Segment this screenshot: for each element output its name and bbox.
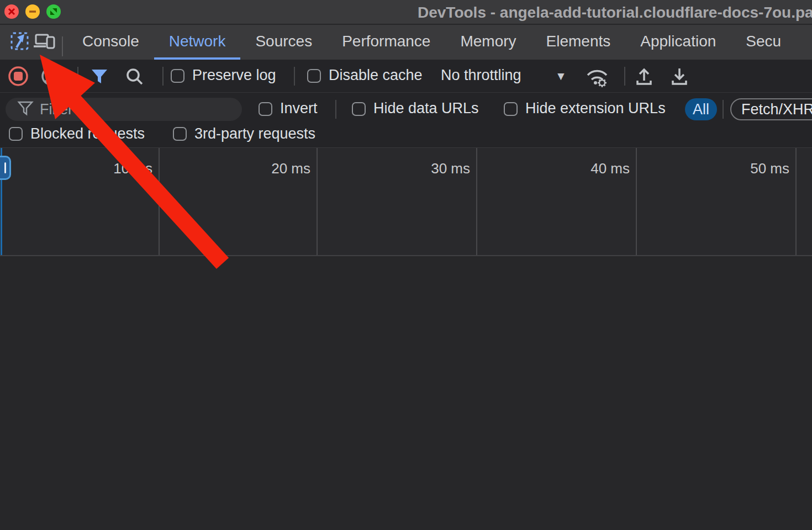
filter-row-divider <box>335 100 336 119</box>
blocked-requests-label[interactable]: Blocked requests <box>30 125 145 142</box>
invert-checkbox[interactable] <box>259 102 272 116</box>
window-title: DevTools - angela-add-tutorial.cloudflar… <box>418 4 812 22</box>
wifi-gear-icon <box>584 80 610 89</box>
timeline-tick-40ms: 40 ms <box>552 160 630 177</box>
timeline-gridline <box>636 148 637 256</box>
inspect-element-button[interactable] <box>8 30 32 55</box>
search-button[interactable] <box>125 67 145 89</box>
hide-data-urls-label[interactable]: Hide data URLs <box>373 100 479 117</box>
filter-type-all-button[interactable]: All <box>685 98 717 120</box>
filter-input[interactable] <box>40 101 217 118</box>
timeline-tick-10ms: 10 ms <box>75 160 152 177</box>
download-icon <box>669 78 689 88</box>
funnel-outline-icon <box>6 99 40 119</box>
timeline-gridline <box>476 148 477 256</box>
network-toolbar: Preserve log Disable cache No throttling… <box>0 60 812 93</box>
third-party-requests-label[interactable]: 3rd-party requests <box>194 125 315 142</box>
network-filter-row: Invert Hide data URLs Hide extension URL… <box>0 93 812 126</box>
hide-extension-urls-label[interactable]: Hide extension URLs <box>525 100 666 117</box>
devtools-window: DevTools - angela-add-tutorial.cloudflar… <box>0 0 812 530</box>
funnel-icon <box>89 79 109 88</box>
invert-label[interactable]: Invert <box>280 100 318 117</box>
tab-performance[interactable]: Performance <box>327 25 445 60</box>
devtools-tabbar: Console Network Sources Performance Memo… <box>0 25 812 60</box>
network-conditions-button[interactable] <box>584 66 610 90</box>
titlebar: DevTools - angela-add-tutorial.cloudflar… <box>0 0 812 24</box>
import-har-button[interactable] <box>634 66 654 88</box>
timeline-gridline <box>795 148 797 256</box>
toolbar-divider <box>162 67 164 86</box>
device-toolbar-icon <box>33 31 56 54</box>
upload-icon <box>634 78 654 88</box>
disable-cache-checkbox[interactable] <box>307 69 321 83</box>
stop-recording-icon <box>7 80 29 89</box>
filter-toggle-button[interactable] <box>89 67 109 89</box>
network-overview-timeline[interactable]: 10 ms 20 ms 30 ms 40 ms 50 ms <box>0 148 812 256</box>
close-window-button[interactable] <box>4 4 19 19</box>
inspect-cursor-icon <box>9 31 30 54</box>
toolbar-divider <box>77 67 78 86</box>
timeline-gridline <box>159 148 160 256</box>
tab-console[interactable]: Console <box>67 25 154 60</box>
clear-icon <box>40 80 62 89</box>
filter-row-divider <box>723 100 724 119</box>
tab-memory[interactable]: Memory <box>445 25 531 60</box>
timeline-gridline <box>317 148 318 256</box>
search-icon <box>125 79 145 88</box>
tabbar-divider <box>62 36 63 56</box>
tab-security[interactable]: Secu <box>731 25 796 60</box>
export-har-button[interactable] <box>669 66 689 88</box>
timeline-tick-50ms: 50 ms <box>712 160 789 177</box>
tab-network[interactable]: Network <box>154 25 241 60</box>
timeline-tick-20ms: 20 ms <box>233 160 310 177</box>
zoom-window-button[interactable] <box>46 4 61 19</box>
toolbar-divider <box>624 67 625 86</box>
overview-drag-handle[interactable] <box>0 156 11 180</box>
toolbar-divider <box>294 67 295 86</box>
filter-field[interactable] <box>6 98 242 121</box>
chevron-down-icon[interactable]: ▼ <box>555 70 567 83</box>
preserve-log-label[interactable]: Preserve log <box>192 67 276 84</box>
preserve-log-checkbox[interactable] <box>171 69 184 83</box>
tab-elements[interactable]: Elements <box>531 25 626 60</box>
request-filters-row: Blocked requests 3rd-party requests <box>0 126 812 148</box>
throttling-select[interactable]: No throttling <box>441 67 521 84</box>
third-party-requests-checkbox[interactable] <box>173 127 187 141</box>
toggle-device-toolbar-button[interactable] <box>32 30 56 55</box>
hide-extension-urls-checkbox[interactable] <box>504 102 518 116</box>
clear-network-log-button[interactable] <box>40 65 62 89</box>
tabbar-icon-group <box>0 25 67 60</box>
tab-application[interactable]: Application <box>625 25 731 60</box>
network-request-list-empty: Recordi Perform a request <box>0 256 812 530</box>
record-network-log-button[interactable] <box>7 65 29 89</box>
hide-data-urls-checkbox[interactable] <box>352 102 366 116</box>
tab-sources[interactable]: Sources <box>240 25 327 60</box>
disable-cache-label[interactable]: Disable cache <box>329 67 423 84</box>
timeline-tick-30ms: 30 ms <box>393 160 470 177</box>
filter-type-fetch-xhr-button[interactable]: Fetch/XHR <box>730 98 812 120</box>
minimize-window-button[interactable] <box>25 4 40 19</box>
blocked-requests-checkbox[interactable] <box>9 127 23 141</box>
